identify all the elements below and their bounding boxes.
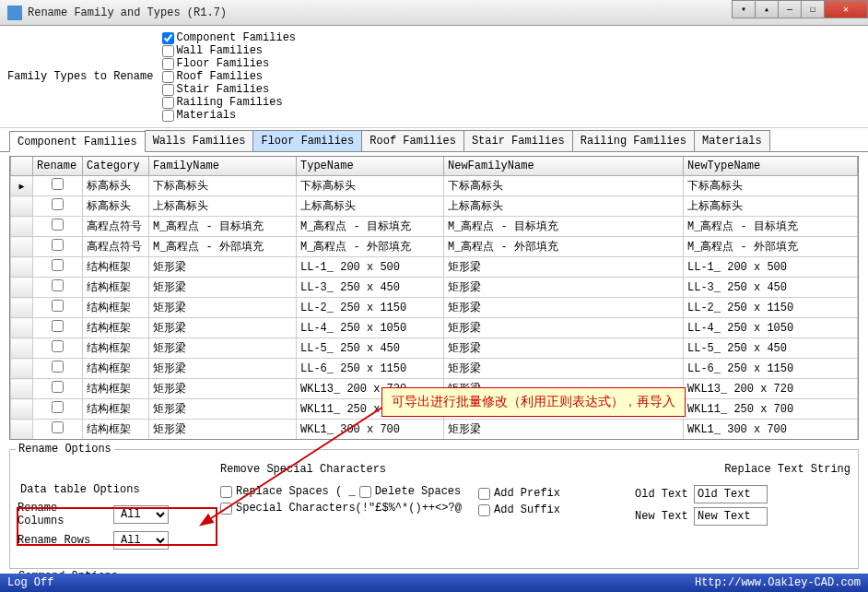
add-prefix-checkbox[interactable]	[478, 488, 490, 500]
column-header[interactable]: FamilyName	[149, 157, 297, 176]
column-header[interactable]: TypeName	[297, 157, 444, 176]
cell-newfamilyname[interactable]: 上标高标头	[444, 196, 684, 217]
tab-component-families[interactable]: Component Families	[9, 131, 146, 152]
logoff-link[interactable]: Log Off	[7, 576, 53, 589]
rename-checkbox-cell[interactable]	[33, 257, 83, 278]
cell-newtypename[interactable]: M_高程点 - 外部填充	[684, 237, 858, 257]
rename-checkbox[interactable]	[52, 178, 64, 190]
cell-newtypename[interactable]: WKL1_ 300 x 700	[684, 420, 858, 440]
rename-checkbox[interactable]	[52, 381, 64, 393]
rename-checkbox[interactable]	[52, 320, 64, 332]
table-row[interactable]: 高程点符号M_高程点 - 外部填充M_高程点 - 外部填充M_高程点 - 外部填…	[11, 237, 858, 257]
cell-newtypename[interactable]: LL-1_ 200 x 500	[684, 257, 858, 278]
table-row[interactable]: 结构框架矩形梁LL-5_ 250 x 450矩形梁LL-5_ 250 x 450	[11, 338, 858, 359]
cell-newfamilyname[interactable]: 矩形梁	[444, 420, 684, 440]
cell-newtypename[interactable]: WKL13_ 200 x 720	[684, 379, 858, 399]
row-header[interactable]	[11, 318, 33, 338]
dropdown-icon[interactable]: ▾	[732, 0, 756, 18]
rename-checkbox-cell[interactable]	[33, 338, 83, 359]
rename-checkbox[interactable]	[52, 219, 64, 231]
rename-checkbox[interactable]	[52, 300, 64, 312]
rename-checkbox-cell[interactable]	[33, 278, 83, 298]
cell-newtypename[interactable]: WKL11_ 250 x 700	[684, 399, 858, 420]
table-row[interactable]: 结构框架矩形梁LL-1_ 200 x 500矩形梁LL-1_ 200 x 500	[11, 257, 858, 278]
table-row[interactable]: 结构框架矩形梁LL-4_ 250 x 1050矩形梁LL-4_ 250 x 10…	[11, 318, 858, 338]
row-header[interactable]: ▶	[11, 176, 33, 196]
rename-checkbox-cell[interactable]	[33, 379, 83, 399]
cell-newtypename[interactable]: 上标高标头	[684, 196, 858, 217]
table-row[interactable]: 标高标头上标高标头上标高标头上标高标头上标高标头	[11, 196, 858, 217]
row-header[interactable]	[11, 237, 33, 257]
cell-newfamilyname[interactable]: M_高程点 - 目标填充	[444, 217, 684, 237]
table-row[interactable]: 结构框架矩形梁WKL1_ 300 x 700矩形梁WKL1_ 300 x 700	[11, 420, 858, 440]
cell-newfamilyname[interactable]: 矩形梁	[444, 278, 684, 298]
cell-newfamilyname[interactable]: 矩形梁	[444, 359, 684, 379]
tab-roof-families[interactable]: Roof Families	[361, 130, 464, 151]
rename-columns-select[interactable]: All	[113, 505, 169, 524]
maximize-button[interactable]: ☐	[801, 0, 825, 18]
row-header[interactable]	[11, 399, 33, 420]
filter-checkbox-3[interactable]: Roof Families	[162, 70, 296, 83]
rename-checkbox-cell[interactable]	[33, 217, 83, 237]
row-header[interactable]	[11, 257, 33, 278]
rename-checkbox-cell[interactable]	[33, 399, 83, 420]
filter-checkbox-4[interactable]: Stair Families	[162, 83, 296, 96]
row-header[interactable]	[11, 420, 33, 440]
tab-stair-families[interactable]: Stair Families	[463, 130, 573, 151]
filter-checkbox-1[interactable]: Wall Families	[162, 44, 296, 57]
rename-checkbox[interactable]	[52, 279, 64, 291]
filter-checkbox-6[interactable]: Materials	[162, 109, 296, 122]
column-header[interactable]: Category	[83, 157, 149, 176]
old-text-input[interactable]	[694, 485, 768, 503]
row-header[interactable]	[11, 196, 33, 217]
new-text-input[interactable]	[694, 507, 768, 526]
cell-newtypename[interactable]: LL-6_ 250 x 1150	[684, 359, 858, 379]
filter-checkbox-2[interactable]: Floor Families	[162, 57, 296, 70]
rename-checkbox[interactable]	[52, 401, 64, 413]
close-button[interactable]: ✕	[824, 0, 868, 18]
rename-checkbox[interactable]	[52, 259, 64, 271]
rename-checkbox-cell[interactable]	[33, 420, 83, 440]
cell-newfamilyname[interactable]: 矩形梁	[444, 318, 684, 338]
add-suffix-checkbox[interactable]	[478, 504, 490, 516]
cell-newfamilyname[interactable]: 下标高标头	[444, 176, 684, 196]
cell-newtypename[interactable]: LL-3_ 250 x 450	[684, 278, 858, 298]
help-icon[interactable]: ▴	[755, 0, 779, 18]
column-header[interactable]: NewFamilyName	[444, 157, 684, 176]
cell-newtypename[interactable]: LL-2_ 250 x 1150	[684, 298, 858, 318]
special-chars-checkbox[interactable]	[220, 503, 232, 515]
table-row[interactable]: 结构框架矩形梁LL-6_ 250 x 1150矩形梁LL-6_ 250 x 11…	[11, 359, 858, 379]
row-header[interactable]	[11, 298, 33, 318]
tab-floor-families[interactable]: Floor Families	[252, 130, 362, 151]
rename-checkbox[interactable]	[52, 340, 64, 352]
filter-checkbox-5[interactable]: Railing Families	[162, 96, 296, 109]
rename-checkbox-cell[interactable]	[33, 196, 83, 217]
row-header[interactable]	[11, 217, 33, 237]
cell-newtypename[interactable]: LL-5_ 250 x 450	[684, 338, 858, 359]
row-header[interactable]	[11, 278, 33, 298]
cell-newfamilyname[interactable]: 矩形梁	[444, 338, 684, 359]
footer-url[interactable]: Http://www.Oakley-CAD.com	[695, 576, 861, 589]
column-header[interactable]: Rename	[33, 157, 83, 176]
rename-checkbox-cell[interactable]	[33, 359, 83, 379]
row-header[interactable]	[11, 338, 33, 359]
cell-newtypename[interactable]: M_高程点 - 目标填充	[684, 217, 858, 237]
cell-newtypename[interactable]: LL-4_ 250 x 1050	[684, 318, 858, 338]
cell-newfamilyname[interactable]: 矩形梁	[444, 257, 684, 278]
tab-railing-families[interactable]: Railing Families	[572, 130, 695, 151]
replace-spaces-checkbox[interactable]	[220, 486, 232, 498]
rename-checkbox[interactable]	[52, 361, 64, 373]
cell-newtypename[interactable]: 下标高标头	[684, 176, 858, 196]
column-header[interactable]: NewTypeName	[684, 157, 858, 176]
rename-checkbox[interactable]	[52, 421, 64, 433]
tab-materials[interactable]: Materials	[694, 130, 770, 151]
rename-checkbox-cell[interactable]	[33, 237, 83, 257]
delete-spaces-checkbox[interactable]	[359, 486, 371, 498]
table-row[interactable]: 结构框架矩形梁LL-2_ 250 x 1150矩形梁LL-2_ 250 x 11…	[11, 298, 858, 318]
row-header[interactable]	[11, 359, 33, 379]
rename-checkbox[interactable]	[52, 198, 64, 210]
tab-walls-families[interactable]: Walls Families	[145, 130, 254, 151]
rename-checkbox-cell[interactable]	[33, 318, 83, 338]
table-row[interactable]: 结构框架矩形梁LL-3_ 250 x 450矩形梁LL-3_ 250 x 450	[11, 278, 858, 298]
table-row[interactable]: 高程点符号M_高程点 - 目标填充M_高程点 - 目标填充M_高程点 - 目标填…	[11, 217, 858, 237]
